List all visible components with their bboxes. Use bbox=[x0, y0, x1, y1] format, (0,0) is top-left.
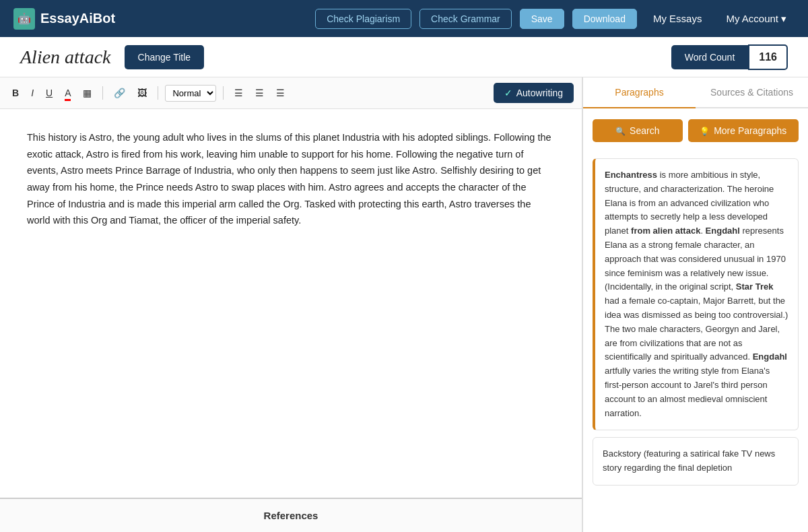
highlight-button[interactable]: ▦ bbox=[79, 85, 96, 101]
paragraph-card: Enchantress is more ambitious in style, … bbox=[593, 158, 799, 430]
app-name: EssayAiBot bbox=[40, 11, 115, 26]
word-count-area: Word Count 116 bbox=[671, 44, 788, 70]
logo-area: 🤖 EssayAiBot bbox=[13, 8, 115, 30]
main-content: B I U A ▦ 🔗 🖼 Normal ☰ bbox=[0, 77, 808, 532]
toolbar-separator-1 bbox=[102, 86, 103, 100]
editor-text: This history is Astro, the young adult w… bbox=[27, 129, 555, 229]
search-area: Search More Paragraphs bbox=[583, 108, 808, 153]
underline-button[interactable]: U bbox=[42, 85, 57, 101]
image-button[interactable]: 🖼 bbox=[133, 85, 151, 101]
right-panel: Paragraphs Sources & Citations Search Mo… bbox=[582, 77, 808, 532]
list-unordered-button[interactable]: ☰ bbox=[251, 85, 268, 101]
save-button[interactable]: Save bbox=[520, 9, 564, 29]
check-grammar-button[interactable]: Check Grammar bbox=[419, 9, 512, 29]
highlight-icon: ▦ bbox=[83, 88, 92, 98]
italic-button[interactable]: I bbox=[27, 85, 38, 101]
editor-panel: B I U A ▦ 🔗 🖼 Normal ☰ bbox=[0, 77, 582, 532]
align-button[interactable]: ☰ bbox=[272, 85, 289, 101]
toolbar: B I U A ▦ 🔗 🖼 Normal ☰ bbox=[0, 77, 582, 109]
align-icon: ☰ bbox=[276, 88, 285, 98]
title-bar: Alien attack Change Title Word Count 116 bbox=[0, 37, 808, 77]
toolbar-separator-2 bbox=[158, 86, 158, 100]
tab-paragraphs[interactable]: Paragraphs bbox=[583, 77, 696, 108]
chevron-down-icon: ▾ bbox=[781, 13, 786, 25]
paragraph-card: Backstory (featuring a satirical fake TV… bbox=[593, 437, 799, 486]
navbar: 🤖 EssayAiBot Check Plagiarism Check Gram… bbox=[0, 0, 808, 37]
link-button[interactable]: 🔗 bbox=[110, 85, 129, 101]
check-plagiarism-button[interactable]: Check Plagiarism bbox=[315, 9, 411, 29]
image-icon: 🖼 bbox=[137, 88, 147, 98]
change-title-button[interactable]: Change Title bbox=[125, 45, 205, 69]
word-count-button[interactable]: Word Count bbox=[671, 45, 748, 69]
references-section: References bbox=[0, 498, 582, 532]
bulb-icon bbox=[700, 125, 710, 136]
download-button[interactable]: Download bbox=[572, 9, 637, 29]
engdahl-bold-1: Engdahl bbox=[706, 226, 740, 236]
my-account-dropdown[interactable]: My Account ▾ bbox=[718, 9, 795, 29]
search-button[interactable]: Search bbox=[593, 119, 683, 142]
checkmark-icon: ✓ bbox=[504, 88, 512, 98]
font-color-icon: A bbox=[65, 88, 71, 101]
star-trek-bold: Star Trek bbox=[736, 281, 774, 292]
engdahl-bold-2: Engdahl bbox=[753, 352, 787, 362]
bold-button[interactable]: B bbox=[8, 85, 23, 101]
essay-title: Alien attack bbox=[20, 46, 111, 68]
ordered-list-icon: ☰ bbox=[234, 88, 243, 98]
editor-body[interactable]: This history is Astro, the young adult w… bbox=[0, 109, 582, 498]
my-essays-link[interactable]: My Essays bbox=[645, 9, 710, 28]
search-icon bbox=[615, 125, 626, 136]
word-count-value: 116 bbox=[748, 44, 788, 70]
unordered-list-icon: ☰ bbox=[255, 88, 264, 98]
list-ordered-button[interactable]: ☰ bbox=[230, 85, 247, 101]
format-select[interactable]: Normal bbox=[165, 85, 216, 102]
link-icon: 🔗 bbox=[114, 88, 125, 98]
tab-sources-citations[interactable]: Sources & Citations bbox=[696, 77, 808, 107]
more-paragraphs-button[interactable]: More Paragraphs bbox=[688, 119, 799, 142]
toolbar-separator-3 bbox=[223, 86, 224, 100]
paragraphs-list: Enchantress is more ambitious in style, … bbox=[583, 153, 808, 532]
autowriting-button[interactable]: ✓ Autowriting bbox=[494, 83, 574, 103]
alien-attack-bold: from alien attack bbox=[631, 226, 700, 236]
references-label: References bbox=[264, 510, 318, 521]
font-color-button[interactable]: A bbox=[61, 85, 75, 101]
enchantress-bold: Enchantress bbox=[605, 170, 657, 180]
tabs: Paragraphs Sources & Citations bbox=[583, 77, 808, 108]
logo-icon: 🤖 bbox=[13, 8, 35, 30]
